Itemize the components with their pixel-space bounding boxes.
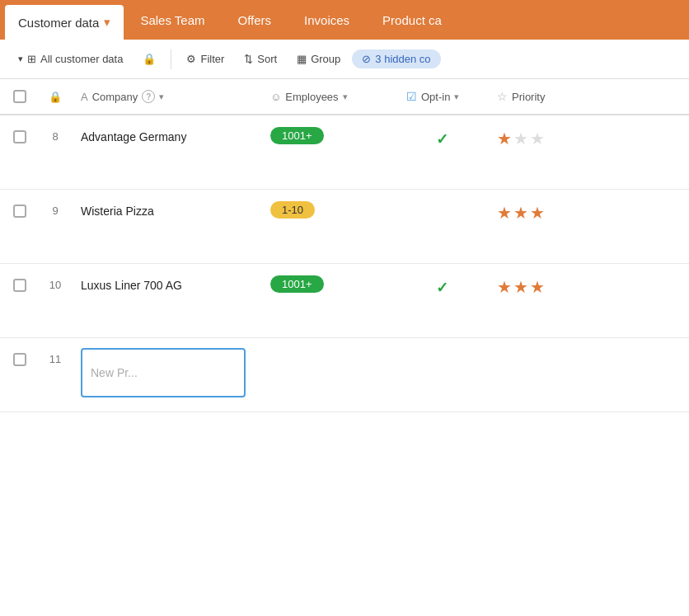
row-checkbox-11[interactable]	[0, 338, 40, 379]
th-employees[interactable]: ☺ Employees ▾	[260, 79, 396, 114]
row-priority-10[interactable]: ★ ★ ★	[487, 264, 594, 310]
nav-tab-sales-team-label: Sales Team	[140, 13, 204, 27]
star-3-icon[interactable]: ★	[530, 277, 545, 297]
row-number-10: 10	[40, 264, 71, 304]
priority-column-label: Priority	[512, 91, 545, 103]
nav-tab-product-ca-label: Product ca	[382, 13, 442, 27]
row-number: 9	[52, 205, 58, 217]
optin-checkbox-icon: ☑	[406, 90, 417, 103]
row-select-checkbox[interactable]	[13, 205, 26, 218]
nav-tab-invoices[interactable]: Invoices	[288, 0, 366, 40]
th-company[interactable]: A Company ? ▾	[71, 79, 260, 114]
row-number: 11	[49, 353, 61, 365]
hidden-columns-button[interactable]: ⊘ 3 hidden co	[352, 49, 440, 68]
row-optin-10: ✓	[396, 264, 487, 310]
top-navigation: Customer data ▾ Sales Team Offers Invoic…	[0, 0, 689, 40]
star-3-icon[interactable]: ★	[530, 129, 545, 148]
row-optin-9	[396, 190, 487, 218]
hidden-cols-label: 3 hidden co	[375, 53, 430, 65]
sort-button[interactable]: ⇅ Sort	[236, 49, 285, 69]
row-priority-11	[487, 338, 594, 364]
star-2-icon[interactable]: ★	[513, 203, 528, 223]
filter-label: Filter	[200, 53, 224, 65]
optin-check-icon: ✓	[436, 130, 448, 148]
grid-icon: ⊞	[27, 53, 36, 65]
filter-icon: ⚙	[186, 53, 196, 65]
group-button[interactable]: ▦ Group	[288, 49, 349, 69]
row-priority-8[interactable]: ★ ★ ★	[487, 115, 594, 162]
new-record-input[interactable]	[81, 348, 246, 397]
company-name: Luxus Liner 700 AG	[81, 279, 182, 292]
row-employees-9: 1-10	[260, 190, 396, 232]
table-header: 🔒 A Company ? ▾ ☺ Employees ▾ ☑ Opt-in ▾…	[0, 79, 689, 115]
table-row: 8 Advantage Germany 1001+ ✓ ★ ★ ★	[0, 115, 689, 190]
company-name: Wisteria Pizza	[81, 205, 154, 218]
nav-tab-offers[interactable]: Offers	[222, 0, 288, 40]
row-number-9: 9	[40, 190, 71, 230]
row-priority-9[interactable]: ★ ★ ★	[487, 190, 594, 236]
star-1-icon[interactable]: ★	[497, 203, 512, 223]
row-checkbox-8[interactable]	[0, 115, 40, 157]
table-row: 9 Wisteria Pizza 1-10 ★ ★ ★	[0, 190, 689, 264]
star-2-icon[interactable]: ★	[513, 277, 528, 297]
sort-arrow-icon: ▾	[454, 92, 459, 102]
row-select-checkbox[interactable]	[13, 130, 26, 143]
employees-badge: 1001+	[270, 127, 324, 144]
nav-tab-product-ca[interactable]: Product ca	[366, 0, 458, 40]
sort-arrow-icon: ▾	[159, 92, 164, 102]
row-company-11[interactable]	[71, 338, 260, 411]
help-icon[interactable]: ?	[142, 90, 155, 103]
row-select-checkbox[interactable]	[13, 353, 26, 366]
chevron-down-icon: ▾	[104, 15, 110, 30]
row-select-checkbox[interactable]	[13, 279, 26, 292]
th-priority[interactable]: ☆ Priority	[487, 79, 594, 114]
table-body: 8 Advantage Germany 1001+ ✓ ★ ★ ★ 9 Wist…	[0, 115, 689, 412]
star-3-icon[interactable]: ★	[530, 203, 545, 223]
hidden-icon: ⊘	[362, 53, 371, 65]
employees-column-label: Employees	[285, 91, 338, 103]
priority-stars[interactable]: ★ ★ ★	[497, 129, 545, 148]
row-number: 10	[49, 279, 61, 291]
row-number-11: 11	[40, 338, 71, 379]
toolbar: ▾ ⊞ All customer data 🔒 ⚙ Filter ⇅ Sort …	[0, 40, 689, 79]
nav-tab-sales-team[interactable]: Sales Team	[124, 0, 221, 40]
row-company-8[interactable]: Advantage Germany	[71, 115, 260, 157]
th-lock: 🔒	[40, 79, 71, 114]
toggle-view-button[interactable]: ▾ ⊞ All customer data	[10, 49, 131, 69]
group-label: Group	[311, 53, 340, 65]
select-all-checkbox[interactable]	[13, 90, 26, 103]
row-checkbox-9[interactable]	[0, 190, 40, 231]
row-optin-11	[396, 338, 487, 366]
row-company-9[interactable]: Wisteria Pizza	[71, 190, 260, 231]
nav-tab-customer-data[interactable]: Customer data ▾	[5, 5, 124, 40]
star-2-icon[interactable]: ★	[513, 129, 528, 148]
employees-icon: ☺	[270, 91, 281, 103]
star-1-icon[interactable]: ★	[497, 277, 512, 297]
sort-label: Sort	[257, 53, 277, 65]
row-number-8: 8	[40, 115, 71, 156]
view-label: All customer data	[40, 53, 123, 65]
star-1-icon[interactable]: ★	[497, 129, 512, 148]
th-select-all[interactable]	[0, 79, 40, 114]
table-row-new: 11	[0, 338, 689, 412]
employees-badge: 1001+	[270, 275, 324, 293]
row-employees-8: 1001+	[260, 115, 396, 158]
row-checkbox-10[interactable]	[0, 264, 40, 305]
optin-column-label: Opt-in	[421, 91, 450, 103]
table-row: 10 Luxus Liner 700 AG 1001+ ✓ ★ ★ ★	[0, 264, 689, 338]
star-icon: ☆	[497, 90, 508, 103]
nav-tab-invoices-label: Invoices	[304, 13, 349, 27]
lock-icon-button[interactable]: 🔒	[134, 49, 164, 69]
priority-stars[interactable]: ★ ★ ★	[497, 277, 545, 297]
separator	[171, 49, 171, 69]
th-optin[interactable]: ☑ Opt-in ▾	[396, 79, 487, 114]
row-optin-8: ✓	[396, 115, 487, 162]
group-icon: ▦	[297, 53, 307, 65]
row-number: 8	[52, 130, 58, 143]
filter-button[interactable]: ⚙ Filter	[178, 49, 232, 69]
optin-check-icon: ✓	[436, 279, 448, 297]
lock-icon: 🔒	[143, 53, 156, 65]
priority-stars[interactable]: ★ ★ ★	[497, 203, 545, 223]
company-name: Advantage Germany	[81, 130, 186, 143]
row-company-10[interactable]: Luxus Liner 700 AG	[71, 264, 260, 305]
